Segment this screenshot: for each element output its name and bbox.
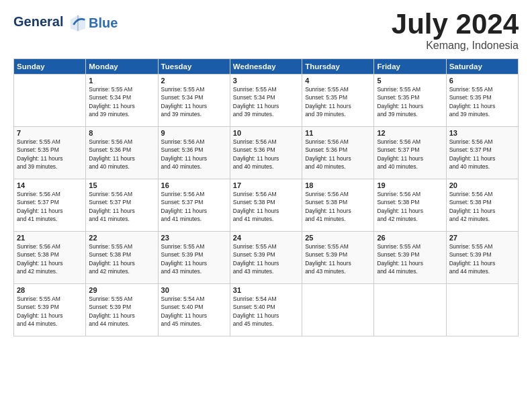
day-number: 8 [89, 129, 154, 137]
calendar-cell: 27Sunrise: 5:55 AMSunset: 5:39 PMDayligh… [446, 232, 518, 284]
subtitle: Kemang, Indonesia [392, 40, 519, 52]
calendar-cell: 14Sunrise: 5:56 AMSunset: 5:37 PMDayligh… [14, 179, 86, 232]
day-info: Sunrise: 5:56 AMSunset: 5:36 PMDaylight:… [233, 138, 299, 171]
calendar-cell: 30Sunrise: 5:54 AMSunset: 5:40 PMDayligh… [158, 284, 230, 336]
day-info: Sunrise: 5:55 AMSunset: 5:35 PMDaylight:… [449, 85, 515, 118]
day-number: 5 [377, 77, 443, 85]
header-row: Sunday Monday Tuesday Wednesday Thursday… [14, 59, 519, 75]
day-number: 20 [449, 181, 515, 189]
logo: General Blue [13, 13, 118, 32]
month-title: July 2024 [392, 10, 519, 38]
day-number: 19 [377, 181, 443, 189]
calendar-cell [14, 75, 86, 127]
calendar-cell [302, 284, 374, 336]
logo-blue: Blue [89, 15, 118, 30]
day-number: 26 [377, 234, 443, 242]
calendar-cell: 26Sunrise: 5:55 AMSunset: 5:39 PMDayligh… [374, 232, 446, 284]
day-info: Sunrise: 5:55 AMSunset: 5:39 PMDaylight:… [305, 242, 371, 275]
day-number: 23 [161, 234, 227, 242]
day-info: Sunrise: 5:55 AMSunset: 5:38 PMDaylight:… [89, 242, 154, 275]
day-info: Sunrise: 5:56 AMSunset: 5:38 PMDaylight:… [17, 242, 83, 275]
day-info: Sunrise: 5:55 AMSunset: 5:39 PMDaylight:… [161, 242, 227, 275]
day-info: Sunrise: 5:55 AMSunset: 5:35 PMDaylight:… [305, 85, 371, 118]
day-info: Sunrise: 5:56 AMSunset: 5:37 PMDaylight:… [161, 190, 227, 223]
page: General Blue July 2024 Kemang, Indonesia [0, 0, 532, 411]
day-info: Sunrise: 5:56 AMSunset: 5:38 PMDaylight:… [305, 190, 371, 223]
day-info: Sunrise: 5:55 AMSunset: 5:34 PMDaylight:… [89, 85, 154, 118]
calendar-cell: 11Sunrise: 5:56 AMSunset: 5:36 PMDayligh… [302, 127, 374, 179]
calendar-table: Sunday Monday Tuesday Wednesday Thursday… [13, 58, 519, 336]
col-tuesday: Tuesday [158, 59, 230, 75]
day-info: Sunrise: 5:56 AMSunset: 5:37 PMDaylight:… [17, 190, 83, 223]
day-info: Sunrise: 5:55 AMSunset: 5:35 PMDaylight:… [377, 85, 443, 118]
calendar-cell: 22Sunrise: 5:55 AMSunset: 5:38 PMDayligh… [86, 232, 158, 284]
calendar-cell: 15Sunrise: 5:56 AMSunset: 5:37 PMDayligh… [86, 179, 158, 232]
day-info: Sunrise: 5:56 AMSunset: 5:38 PMDaylight:… [449, 190, 515, 223]
calendar-cell: 8Sunrise: 5:56 AMSunset: 5:36 PMDaylight… [86, 127, 158, 179]
day-info: Sunrise: 5:55 AMSunset: 5:39 PMDaylight:… [449, 242, 515, 275]
day-info: Sunrise: 5:56 AMSunset: 5:38 PMDaylight:… [233, 190, 299, 223]
day-info: Sunrise: 5:54 AMSunset: 5:40 PMDaylight:… [161, 295, 227, 328]
calendar-cell: 10Sunrise: 5:56 AMSunset: 5:36 PMDayligh… [230, 127, 302, 179]
day-number: 22 [89, 234, 154, 242]
day-number: 6 [449, 77, 515, 85]
calendar-cell: 28Sunrise: 5:55 AMSunset: 5:39 PMDayligh… [14, 284, 86, 336]
day-info: Sunrise: 5:55 AMSunset: 5:39 PMDaylight:… [377, 242, 443, 275]
header: General Blue July 2024 Kemang, Indonesia [13, 10, 519, 52]
calendar-cell: 13Sunrise: 5:56 AMSunset: 5:37 PMDayligh… [446, 127, 518, 179]
col-sunday: Sunday [14, 59, 86, 75]
day-number: 24 [233, 234, 299, 242]
day-info: Sunrise: 5:55 AMSunset: 5:34 PMDaylight:… [161, 85, 227, 118]
day-info: Sunrise: 5:56 AMSunset: 5:37 PMDaylight:… [89, 190, 154, 223]
calendar-cell: 24Sunrise: 5:55 AMSunset: 5:39 PMDayligh… [230, 232, 302, 284]
day-number: 17 [233, 181, 299, 189]
title-block: July 2024 Kemang, Indonesia [392, 10, 519, 52]
col-wednesday: Wednesday [230, 59, 302, 75]
calendar-cell: 31Sunrise: 5:54 AMSunset: 5:40 PMDayligh… [230, 284, 302, 336]
calendar-cell: 16Sunrise: 5:56 AMSunset: 5:37 PMDayligh… [158, 179, 230, 232]
calendar-cell: 21Sunrise: 5:56 AMSunset: 5:38 PMDayligh… [14, 232, 86, 284]
logo-general: General [13, 14, 63, 29]
week-row-5: 28Sunrise: 5:55 AMSunset: 5:39 PMDayligh… [14, 284, 519, 336]
day-number: 12 [377, 129, 443, 137]
calendar-cell: 23Sunrise: 5:55 AMSunset: 5:39 PMDayligh… [158, 232, 230, 284]
calendar-cell: 1Sunrise: 5:55 AMSunset: 5:34 PMDaylight… [86, 75, 158, 127]
calendar-cell [446, 284, 518, 336]
day-info: Sunrise: 5:56 AMSunset: 5:38 PMDaylight:… [377, 190, 443, 223]
calendar-cell: 17Sunrise: 5:56 AMSunset: 5:38 PMDayligh… [230, 179, 302, 232]
calendar-cell: 19Sunrise: 5:56 AMSunset: 5:38 PMDayligh… [374, 179, 446, 232]
week-row-4: 21Sunrise: 5:56 AMSunset: 5:38 PMDayligh… [14, 232, 519, 284]
day-info: Sunrise: 5:56 AMSunset: 5:36 PMDaylight:… [161, 138, 227, 171]
day-number: 11 [305, 129, 371, 137]
week-row-2: 7Sunrise: 5:55 AMSunset: 5:35 PMDaylight… [14, 127, 519, 179]
col-thursday: Thursday [302, 59, 374, 75]
day-info: Sunrise: 5:56 AMSunset: 5:37 PMDaylight:… [449, 138, 515, 171]
calendar-cell: 3Sunrise: 5:55 AMSunset: 5:34 PMDaylight… [230, 75, 302, 127]
day-info: Sunrise: 5:55 AMSunset: 5:39 PMDaylight:… [233, 242, 299, 275]
day-info: Sunrise: 5:55 AMSunset: 5:39 PMDaylight:… [89, 295, 154, 328]
calendar-cell: 12Sunrise: 5:56 AMSunset: 5:37 PMDayligh… [374, 127, 446, 179]
day-number: 14 [17, 181, 83, 189]
day-number: 15 [89, 181, 154, 189]
week-row-3: 14Sunrise: 5:56 AMSunset: 5:37 PMDayligh… [14, 179, 519, 232]
day-number: 7 [17, 129, 83, 137]
calendar-cell: 25Sunrise: 5:55 AMSunset: 5:39 PMDayligh… [302, 232, 374, 284]
day-info: Sunrise: 5:55 AMSunset: 5:35 PMDaylight:… [17, 138, 83, 171]
logo-icon [69, 13, 87, 32]
day-number: 3 [233, 77, 299, 85]
day-number: 13 [449, 129, 515, 137]
day-number: 27 [449, 234, 515, 242]
calendar-cell: 9Sunrise: 5:56 AMSunset: 5:36 PMDaylight… [158, 127, 230, 179]
col-saturday: Saturday [446, 59, 518, 75]
day-number: 30 [161, 286, 227, 294]
day-info: Sunrise: 5:56 AMSunset: 5:37 PMDaylight:… [377, 138, 443, 171]
day-number: 16 [161, 181, 227, 189]
calendar-cell: 29Sunrise: 5:55 AMSunset: 5:39 PMDayligh… [86, 284, 158, 336]
col-monday: Monday [86, 59, 158, 75]
day-number: 31 [233, 286, 299, 294]
calendar-cell: 7Sunrise: 5:55 AMSunset: 5:35 PMDaylight… [14, 127, 86, 179]
calendar-cell: 18Sunrise: 5:56 AMSunset: 5:38 PMDayligh… [302, 179, 374, 232]
calendar-cell: 6Sunrise: 5:55 AMSunset: 5:35 PMDaylight… [446, 75, 518, 127]
calendar-cell: 5Sunrise: 5:55 AMSunset: 5:35 PMDaylight… [374, 75, 446, 127]
day-info: Sunrise: 5:54 AMSunset: 5:40 PMDaylight:… [233, 295, 299, 328]
